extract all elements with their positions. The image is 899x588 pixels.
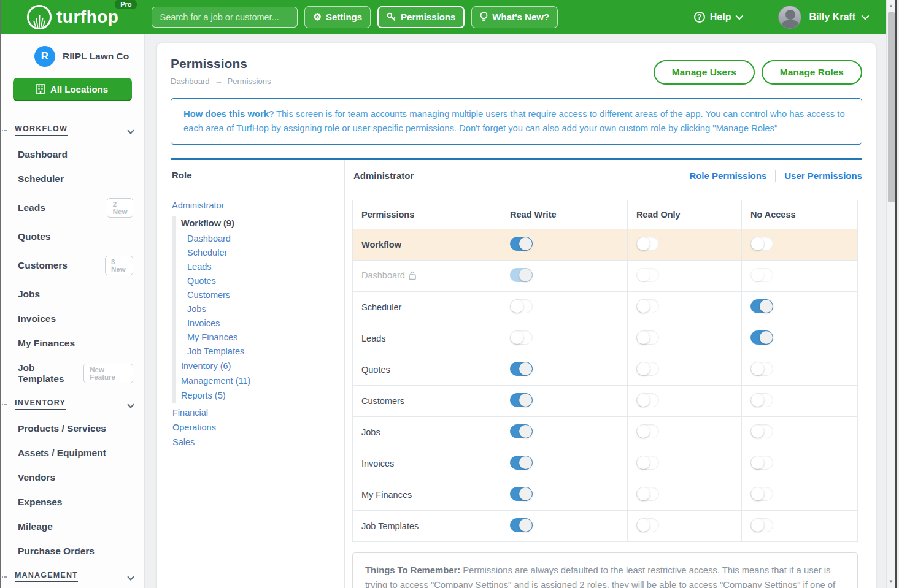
scheduler-no-access-toggle[interactable] bbox=[750, 299, 773, 313]
turfhop-grass-icon bbox=[27, 5, 52, 29]
user-avatar[interactable] bbox=[778, 6, 801, 29]
company-row[interactable]: R RIIPL Lawn Co bbox=[0, 42, 144, 71]
tree-item-dashboard[interactable]: Dashboard bbox=[187, 232, 344, 246]
sidebar-item-quotes[interactable]: Quotes bbox=[0, 224, 144, 249]
global-search-input[interactable] bbox=[152, 7, 298, 28]
top-header-bar: turfhop Pro ⚙ Settings Permissions What'… bbox=[0, 0, 888, 34]
tree-role-administrator[interactable]: Administrator bbox=[172, 198, 344, 213]
job-templates-read-only-toggle[interactable] bbox=[636, 518, 659, 532]
tree-group-inventory[interactable]: Inventory (6) bbox=[181, 359, 344, 373]
help-menu[interactable]: ? Help bbox=[694, 12, 742, 23]
col-no-access: No Access bbox=[741, 200, 857, 229]
customers-no-access-toggle[interactable] bbox=[750, 393, 773, 407]
sidebar-section-management[interactable]: MANAGEMENT bbox=[0, 563, 144, 588]
chevron-down-icon bbox=[127, 573, 134, 580]
window-edge bbox=[895, 0, 897, 588]
my-finances-no-access-toggle[interactable] bbox=[750, 487, 773, 501]
chevron-down-icon bbox=[862, 12, 870, 20]
role-permissions-link[interactable]: Role Permissions bbox=[689, 170, 766, 181]
jobs-no-access-toggle[interactable] bbox=[750, 424, 773, 438]
invoices-read-only-toggle[interactable] bbox=[636, 456, 659, 470]
my-finances-read-write-toggle[interactable] bbox=[510, 487, 533, 501]
quotes-read-only-toggle[interactable] bbox=[636, 362, 659, 376]
pro-badge: Pro bbox=[115, 0, 137, 9]
sidebar-item-my-finances[interactable]: My Finances bbox=[0, 331, 144, 356]
sidebar-item-assets-equipment[interactable]: Assets / Equipment bbox=[0, 441, 144, 465]
sidebar-section-workflow[interactable]: WORKFLOW bbox=[0, 117, 144, 142]
user-permissions-link[interactable]: User Permissions bbox=[784, 170, 862, 181]
manage-roles-button[interactable]: Manage Roles bbox=[762, 60, 862, 85]
divider bbox=[775, 170, 776, 182]
leads-no-access-toggle[interactable] bbox=[750, 330, 773, 345]
sidebar-item-vendors[interactable]: Vendors bbox=[0, 465, 144, 490]
sidebar-item-jobs[interactable]: Jobs bbox=[0, 282, 144, 307]
all-locations-button[interactable]: All Locations bbox=[13, 78, 132, 100]
role-tree: Administrator Workflow (9) Dashboard Sch… bbox=[171, 189, 344, 456]
jobs-read-only-toggle[interactable] bbox=[636, 424, 659, 438]
scheduler-read-only-toggle[interactable] bbox=[636, 299, 659, 313]
job-templates-read-write-toggle[interactable] bbox=[510, 518, 533, 532]
sidebar-item-products-services[interactable]: Products / Services bbox=[0, 416, 144, 441]
brand-logo[interactable]: turfhop Pro bbox=[27, 5, 118, 29]
tree-item-scheduler[interactable]: Scheduler bbox=[187, 246, 344, 260]
tree-group-reports[interactable]: Reports (5) bbox=[181, 388, 344, 403]
scrollbar-thumb[interactable] bbox=[888, 12, 895, 202]
sidebar-item-leads[interactable]: Leads 2 New bbox=[0, 191, 144, 224]
sidebar-item-dashboard[interactable]: Dashboard bbox=[0, 142, 144, 167]
sidebar-item-purchase-orders[interactable]: Purchase Orders bbox=[0, 539, 144, 563]
whats-new-button[interactable]: What's New? bbox=[471, 6, 558, 28]
user-menu[interactable]: Billy Kraft bbox=[809, 12, 867, 23]
job-templates-no-access-toggle[interactable] bbox=[750, 518, 773, 532]
sidebar-item-scheduler[interactable]: Scheduler bbox=[0, 167, 144, 191]
tree-item-job-templates[interactable]: Job Templates bbox=[187, 345, 344, 359]
tree-item-quotes[interactable]: Quotes bbox=[187, 274, 344, 288]
col-permissions: Permissions bbox=[353, 200, 501, 229]
breadcrumb: Dashboard → Permissions bbox=[171, 77, 271, 86]
manage-users-button[interactable]: Manage Users bbox=[654, 60, 755, 85]
invoices-no-access-toggle[interactable] bbox=[750, 456, 773, 470]
tree-item-leads[interactable]: Leads bbox=[187, 260, 344, 274]
workflow-read-only-toggle[interactable] bbox=[636, 237, 659, 251]
leads-read-only-toggle[interactable] bbox=[636, 330, 659, 345]
tree-group-management[interactable]: Management (11) bbox=[181, 373, 344, 388]
scheduler-read-write-toggle[interactable] bbox=[510, 299, 533, 313]
tree-item-customers[interactable]: Customers bbox=[187, 288, 344, 302]
tree-role-operations[interactable]: Operations bbox=[172, 420, 344, 435]
quotes-no-access-toggle[interactable] bbox=[750, 362, 773, 376]
quotes-read-write-toggle[interactable] bbox=[510, 362, 533, 376]
workflow-no-access-toggle[interactable] bbox=[750, 237, 773, 251]
tree-item-invoices[interactable]: Invoices bbox=[187, 316, 344, 330]
settings-button[interactable]: ⚙ Settings bbox=[304, 6, 371, 28]
sidebar: R RIIPL Lawn Co All Locations WORKFLOW D… bbox=[0, 34, 145, 588]
selected-role-label[interactable]: Administrator bbox=[353, 170, 414, 181]
jobs-read-write-toggle[interactable] bbox=[510, 424, 533, 438]
building-icon bbox=[36, 84, 45, 94]
leads-read-write-toggle[interactable] bbox=[510, 330, 533, 345]
workflow-read-write-toggle[interactable] bbox=[510, 237, 533, 251]
sidebar-section-inventory[interactable]: INVENTORY bbox=[0, 391, 144, 416]
sidebar-item-expenses[interactable]: Expenses bbox=[0, 490, 144, 514]
permissions-button[interactable]: Permissions bbox=[377, 6, 465, 28]
my-finances-read-only-toggle[interactable] bbox=[636, 487, 659, 501]
tree-item-my-finances[interactable]: My Finances bbox=[187, 330, 344, 345]
tree-role-sales[interactable]: Sales bbox=[172, 435, 344, 449]
tree-item-jobs[interactable]: Jobs bbox=[187, 302, 344, 316]
invoices-read-write-toggle[interactable] bbox=[510, 456, 533, 470]
customers-new-badge: 3 New bbox=[105, 256, 133, 275]
table-row-dashboard: Dashboard bbox=[353, 260, 858, 291]
customers-read-only-toggle[interactable] bbox=[636, 393, 659, 407]
role-panel-header: Role bbox=[171, 160, 344, 189]
tree-role-financial[interactable]: Financial bbox=[172, 405, 344, 420]
table-row-leads: Leads bbox=[353, 323, 858, 354]
sidebar-item-mileage[interactable]: Mileage bbox=[0, 514, 144, 539]
customers-read-write-toggle[interactable] bbox=[510, 393, 533, 407]
user-name: Billy Kraft bbox=[809, 12, 855, 23]
tree-group-workflow[interactable]: Workflow (9) bbox=[181, 216, 344, 232]
sidebar-item-invoices[interactable]: Invoices bbox=[0, 307, 144, 331]
breadcrumb-dashboard[interactable]: Dashboard bbox=[171, 77, 210, 86]
vertical-scrollbar[interactable]: ▲ ▼ bbox=[886, 0, 895, 588]
scroll-up-arrow[interactable]: ▲ bbox=[887, 1, 895, 11]
sidebar-item-job-templates[interactable]: Job Templates New Feature bbox=[0, 356, 144, 391]
sidebar-item-customers[interactable]: Customers 3 New bbox=[0, 249, 144, 282]
scroll-down-arrow[interactable]: ▼ bbox=[887, 577, 895, 587]
